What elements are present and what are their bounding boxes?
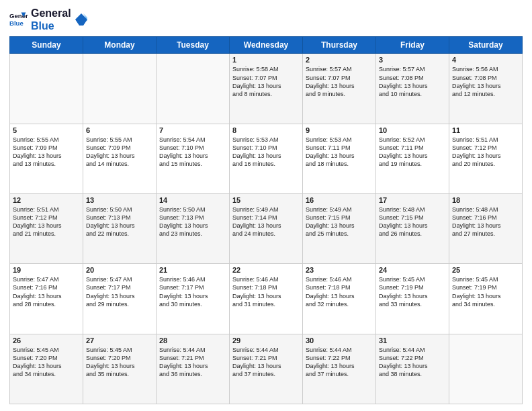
day-number: 5	[13, 126, 80, 134]
calendar-day-22: 22Sunrise: 5:46 AM Sunset: 7:18 PM Dayli…	[230, 264, 303, 334]
day-number: 10	[379, 126, 446, 134]
day-number: 12	[13, 196, 80, 204]
calendar-empty-cell	[83, 54, 157, 124]
day-number: 21	[159, 266, 226, 274]
day-info: Sunrise: 5:51 AM Sunset: 7:12 PM Dayligh…	[452, 136, 519, 169]
calendar-day-24: 24Sunrise: 5:45 AM Sunset: 7:19 PM Dayli…	[376, 264, 449, 334]
calendar-empty-cell	[10, 54, 83, 124]
day-info: Sunrise: 5:46 AM Sunset: 7:18 PM Dayligh…	[306, 275, 373, 308]
calendar-empty-cell	[449, 334, 523, 404]
header: General Blue General Blue	[9, 7, 523, 32]
day-info: Sunrise: 5:47 AM Sunset: 7:17 PM Dayligh…	[86, 275, 153, 308]
calendar-day-2: 2Sunrise: 5:57 AM Sunset: 7:07 PM Daylig…	[303, 54, 376, 124]
day-number: 22	[232, 266, 300, 274]
day-number: 26	[13, 336, 80, 345]
calendar-day-3: 3Sunrise: 5:57 AM Sunset: 7:08 PM Daylig…	[376, 54, 449, 124]
day-info: Sunrise: 5:47 AM Sunset: 7:16 PM Dayligh…	[13, 275, 80, 308]
calendar-day-5: 5Sunrise: 5:55 AM Sunset: 7:09 PM Daylig…	[10, 124, 83, 193]
calendar-day-9: 9Sunrise: 5:53 AM Sunset: 7:11 PM Daylig…	[303, 124, 376, 193]
logo-blue: Blue	[31, 19, 71, 32]
day-info: Sunrise: 5:50 AM Sunset: 7:13 PM Dayligh…	[159, 205, 226, 238]
calendar-day-15: 15Sunrise: 5:49 AM Sunset: 7:14 PM Dayli…	[230, 194, 303, 264]
calendar-day-21: 21Sunrise: 5:46 AM Sunset: 7:17 PM Dayli…	[157, 264, 230, 334]
day-info: Sunrise: 5:45 AM Sunset: 7:20 PM Dayligh…	[13, 346, 80, 379]
day-number: 11	[452, 126, 519, 134]
calendar-day-header-friday: Friday	[376, 37, 449, 54]
calendar-header-row: SundayMondayTuesdayWednesdayThursdayFrid…	[10, 37, 523, 54]
svg-marker-3	[75, 13, 87, 26]
day-number: 27	[86, 336, 153, 345]
calendar-week-row: 26Sunrise: 5:45 AM Sunset: 7:20 PM Dayli…	[10, 334, 523, 404]
day-number: 20	[86, 266, 153, 274]
calendar-day-20: 20Sunrise: 5:47 AM Sunset: 7:17 PM Dayli…	[83, 264, 157, 334]
calendar-day-28: 28Sunrise: 5:44 AM Sunset: 7:21 PM Dayli…	[157, 334, 230, 404]
day-number: 1	[232, 56, 300, 64]
calendar-day-27: 27Sunrise: 5:45 AM Sunset: 7:20 PM Dayli…	[83, 334, 157, 404]
day-info: Sunrise: 5:44 AM Sunset: 7:21 PM Dayligh…	[232, 346, 300, 379]
day-number: 17	[379, 196, 446, 204]
day-info: Sunrise: 5:55 AM Sunset: 7:09 PM Dayligh…	[13, 136, 80, 169]
day-number: 13	[86, 196, 153, 204]
day-number: 4	[452, 56, 519, 64]
day-number: 6	[86, 126, 153, 134]
calendar-day-13: 13Sunrise: 5:50 AM Sunset: 7:13 PM Dayli…	[83, 194, 157, 264]
calendar-day-16: 16Sunrise: 5:49 AM Sunset: 7:15 PM Dayli…	[303, 194, 376, 264]
calendar-day-26: 26Sunrise: 5:45 AM Sunset: 7:20 PM Dayli…	[10, 334, 83, 404]
calendar-day-25: 25Sunrise: 5:45 AM Sunset: 7:19 PM Dayli…	[449, 264, 523, 334]
day-number: 30	[306, 336, 373, 345]
day-info: Sunrise: 5:45 AM Sunset: 7:20 PM Dayligh…	[86, 346, 153, 379]
day-number: 28	[159, 336, 226, 345]
calendar-day-header-tuesday: Tuesday	[157, 37, 230, 54]
day-number: 9	[306, 126, 373, 134]
day-info: Sunrise: 5:52 AM Sunset: 7:11 PM Dayligh…	[379, 136, 446, 169]
day-number: 16	[306, 196, 373, 204]
day-info: Sunrise: 5:45 AM Sunset: 7:19 PM Dayligh…	[379, 275, 446, 308]
day-info: Sunrise: 5:56 AM Sunset: 7:08 PM Dayligh…	[452, 65, 519, 98]
calendar-day-19: 19Sunrise: 5:47 AM Sunset: 7:16 PM Dayli…	[10, 264, 83, 334]
day-info: Sunrise: 5:53 AM Sunset: 7:10 PM Dayligh…	[232, 136, 300, 169]
calendar-day-4: 4Sunrise: 5:56 AM Sunset: 7:08 PM Daylig…	[449, 54, 523, 124]
calendar-day-6: 6Sunrise: 5:55 AM Sunset: 7:09 PM Daylig…	[83, 124, 157, 193]
page: General Blue General Blue SundayMondayTu…	[0, 0, 532, 411]
calendar-day-11: 11Sunrise: 5:51 AM Sunset: 7:12 PM Dayli…	[449, 124, 523, 193]
calendar-day-29: 29Sunrise: 5:44 AM Sunset: 7:21 PM Dayli…	[230, 334, 303, 404]
calendar-day-header-thursday: Thursday	[303, 37, 376, 54]
calendar-week-row: 1Sunrise: 5:58 AM Sunset: 7:07 PM Daylig…	[10, 54, 523, 124]
calendar-day-30: 30Sunrise: 5:44 AM Sunset: 7:22 PM Dayli…	[303, 334, 376, 404]
day-info: Sunrise: 5:50 AM Sunset: 7:13 PM Dayligh…	[86, 205, 153, 238]
day-number: 31	[379, 336, 446, 345]
calendar-empty-cell	[157, 54, 230, 124]
logo: General Blue General Blue	[9, 7, 89, 32]
day-number: 24	[379, 266, 446, 274]
day-info: Sunrise: 5:46 AM Sunset: 7:17 PM Dayligh…	[159, 275, 226, 308]
calendar-week-row: 12Sunrise: 5:51 AM Sunset: 7:12 PM Dayli…	[10, 194, 523, 264]
day-info: Sunrise: 5:51 AM Sunset: 7:12 PM Dayligh…	[13, 205, 80, 238]
day-number: 2	[306, 56, 373, 64]
calendar-week-row: 5Sunrise: 5:55 AM Sunset: 7:09 PM Daylig…	[10, 124, 523, 193]
day-info: Sunrise: 5:44 AM Sunset: 7:22 PM Dayligh…	[379, 346, 446, 379]
calendar-day-header-saturday: Saturday	[449, 37, 523, 54]
logo-shape-icon	[74, 12, 89, 27]
day-info: Sunrise: 5:48 AM Sunset: 7:16 PM Dayligh…	[452, 205, 519, 238]
calendar-week-row: 19Sunrise: 5:47 AM Sunset: 7:16 PM Dayli…	[10, 264, 523, 334]
day-info: Sunrise: 5:54 AM Sunset: 7:10 PM Dayligh…	[159, 136, 226, 169]
day-info: Sunrise: 5:46 AM Sunset: 7:18 PM Dayligh…	[232, 275, 300, 308]
svg-text:Blue: Blue	[9, 19, 24, 27]
day-number: 8	[232, 126, 300, 134]
calendar-day-31: 31Sunrise: 5:44 AM Sunset: 7:22 PM Dayli…	[376, 334, 449, 404]
calendar-table: SundayMondayTuesdayWednesdayThursdayFrid…	[9, 36, 523, 404]
day-number: 7	[159, 126, 226, 134]
calendar-day-header-monday: Monday	[83, 37, 157, 54]
day-info: Sunrise: 5:48 AM Sunset: 7:15 PM Dayligh…	[379, 205, 446, 238]
day-info: Sunrise: 5:57 AM Sunset: 7:08 PM Dayligh…	[379, 65, 446, 98]
day-info: Sunrise: 5:55 AM Sunset: 7:09 PM Dayligh…	[86, 136, 153, 169]
day-info: Sunrise: 5:44 AM Sunset: 7:22 PM Dayligh…	[306, 346, 373, 379]
day-number: 18	[452, 196, 519, 204]
calendar-day-17: 17Sunrise: 5:48 AM Sunset: 7:15 PM Dayli…	[376, 194, 449, 264]
day-number: 25	[452, 266, 519, 274]
logo-general: General	[31, 7, 71, 19]
calendar-day-14: 14Sunrise: 5:50 AM Sunset: 7:13 PM Dayli…	[157, 194, 230, 264]
logo-icon: General Blue	[9, 10, 28, 29]
day-info: Sunrise: 5:49 AM Sunset: 7:14 PM Dayligh…	[232, 205, 300, 238]
day-number: 23	[306, 266, 373, 274]
